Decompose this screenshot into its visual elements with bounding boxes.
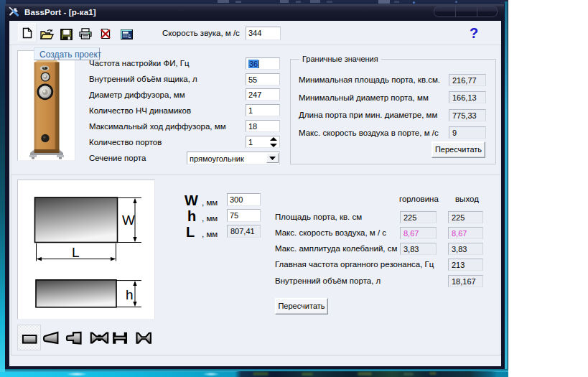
svg-text:W: W [122,213,135,228]
svg-text:L: L [72,245,80,260]
svg-text:h: h [126,287,134,302]
